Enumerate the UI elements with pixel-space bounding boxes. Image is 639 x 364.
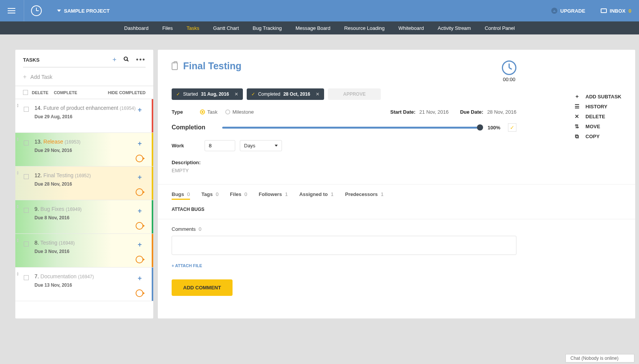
add-task-button[interactable]: + Add Task <box>15 71 153 86</box>
header-delete[interactable]: DELETE <box>32 90 48 95</box>
copy-button[interactable]: ⧉COPY <box>574 133 621 140</box>
task-item[interactable]: ▴▾14. Future of product enhancement (169… <box>15 99 153 133</box>
description-value[interactable]: EMPTY <box>172 168 516 173</box>
task-add-icon[interactable]: + <box>138 140 142 148</box>
drag-handle-icon[interactable]: ▴▾ <box>17 204 19 209</box>
task-item[interactable]: ▴▾13. Release (16953)Due 29 Nov, 2016+ <box>15 133 153 166</box>
drag-handle-icon[interactable]: ▴▾ <box>17 238 19 242</box>
attach-bugs-button[interactable]: ATTACH BUGS <box>172 207 621 212</box>
task-checkbox[interactable] <box>24 275 29 280</box>
header-hide-completed[interactable]: HIDE COMPLETED <box>108 90 146 95</box>
tab-files[interactable]: Files0 <box>230 191 247 200</box>
add-comment-button[interactable]: ADD COMMENT <box>172 279 233 296</box>
drag-handle-icon[interactable]: ▴▾ <box>17 137 19 141</box>
move-button[interactable]: ⇅MOVE <box>574 123 621 129</box>
add-icon[interactable]: + <box>113 56 117 64</box>
work-label: Work <box>172 143 191 149</box>
nav-control-panel[interactable]: Control Panel <box>485 25 515 31</box>
remove-icon[interactable]: ✕ <box>234 91 238 97</box>
add-subtask-button[interactable]: +ADD SUBTASK <box>574 93 621 100</box>
check-icon: ✓ <box>251 91 255 97</box>
nav-dashboard[interactable]: Dashboard <box>124 25 149 31</box>
inbox-button[interactable]: INBOX 0 <box>601 8 631 14</box>
completion-slider[interactable] <box>222 127 480 129</box>
task-item[interactable]: ▴▾9. Bug Fixes (16949)Due 8 Nov, 2016+ <box>15 200 153 234</box>
drag-handle-icon[interactable]: ▴▾ <box>17 271 19 276</box>
inbox-label: INBOX <box>610 8 626 14</box>
task-item[interactable]: ▴▾8. Testing (16948)Due 3 Nov, 2016+ <box>15 234 153 268</box>
task-add-icon[interactable]: + <box>138 274 142 282</box>
task-item[interactable]: ▴▾12. Final Testing (16952)Due 28 Nov, 2… <box>15 166 153 200</box>
tab-followers[interactable]: Followers1 <box>259 191 288 200</box>
task-checkbox[interactable] <box>24 174 29 179</box>
due-date-label: Due Date: <box>460 109 483 115</box>
nav-bug-tracking[interactable]: Bug Tracking <box>253 25 282 31</box>
check-icon: ✓ <box>176 91 180 97</box>
task-checkbox[interactable] <box>24 208 29 213</box>
start-date[interactable]: 21 Nov, 2016 <box>419 109 449 115</box>
task-due: Due 13 Nov, 2016 <box>34 282 146 288</box>
drag-handle-icon[interactable]: ▴▾ <box>17 170 19 175</box>
project-name: SAMPLE PROJECT <box>64 8 110 14</box>
status-bar <box>152 268 153 301</box>
task-checkbox[interactable] <box>24 107 29 112</box>
due-date[interactable]: 28 Nov, 2016 <box>487 109 516 115</box>
chat-widget[interactable]: Chat (Nobody is online) <box>565 354 634 362</box>
more-icon[interactable]: ••• <box>136 56 146 64</box>
task-checkbox[interactable] <box>24 140 29 145</box>
spinner-icon <box>136 256 143 263</box>
comment-input[interactable] <box>172 236 516 255</box>
action-menu: +ADD SUBTASK ☰HISTORY ✕DELETE ⇅MOVE ⧉COP… <box>574 93 621 140</box>
work-unit-select[interactable]: Days <box>240 140 282 151</box>
upgrade-button[interactable]: UPGRADE <box>551 8 585 14</box>
logo-clock-icon[interactable] <box>31 5 42 16</box>
task-add-icon[interactable]: + <box>138 207 142 215</box>
nav-whiteboard[interactable]: Whiteboard <box>398 25 424 31</box>
task-due: Due 29 Nov, 2016 <box>34 148 146 153</box>
type-task-radio[interactable]: Task <box>200 109 218 115</box>
chip-label: Started <box>183 91 198 97</box>
task-list: ▴▾14. Future of product enhancement (169… <box>15 99 153 318</box>
timer[interactable]: 00:00 <box>502 60 516 82</box>
task-add-icon[interactable]: + <box>138 106 142 114</box>
caret-down-icon <box>275 145 278 147</box>
nav-resource-loading[interactable]: Resource Loading <box>344 25 385 31</box>
status-bar <box>152 234 153 267</box>
nav-activity-stream[interactable]: Activity Stream <box>437 25 471 31</box>
task-add-icon[interactable]: + <box>138 173 142 181</box>
remove-icon[interactable]: ✕ <box>316 91 320 97</box>
project-selector[interactable]: SAMPLE PROJECT <box>57 8 110 14</box>
search-icon[interactable] <box>123 56 129 64</box>
completion-check[interactable]: ✓ <box>508 123 516 132</box>
completion-label: Completion <box>172 124 205 131</box>
completion-percent: 100% <box>488 125 500 131</box>
nav-bar: DashboardFilesTasksGantt ChartBug Tracki… <box>0 21 639 34</box>
svg-point-0 <box>124 57 128 60</box>
type-milestone-radio[interactable]: Milestone <box>225 109 254 115</box>
task-item[interactable]: ▴▾7. Documentation (16947)Due 13 Nov, 20… <box>15 268 153 301</box>
header-complete[interactable]: COMPLETE <box>54 90 77 95</box>
tab-predecessors[interactable]: Predecessors1 <box>345 191 384 200</box>
history-button[interactable]: ☰HISTORY <box>574 103 621 109</box>
move-icon: ⇅ <box>574 123 580 129</box>
hamburger-icon[interactable] <box>8 6 17 15</box>
nav-gantt-chart[interactable]: Gantt Chart <box>213 25 239 31</box>
approve-button[interactable]: APPROVE <box>328 88 381 100</box>
delete-button[interactable]: ✕DELETE <box>574 113 621 119</box>
task-checkbox[interactable] <box>24 242 29 246</box>
work-input[interactable] <box>205 140 235 151</box>
drag-handle-icon[interactable]: ▴▾ <box>17 103 19 108</box>
tab-assigned-to[interactable]: Assigned to1 <box>299 191 334 200</box>
upgrade-label: UPGRADE <box>560 8 585 14</box>
nav-files[interactable]: Files <box>162 25 173 31</box>
select-all-checkbox[interactable] <box>23 90 28 95</box>
chevron-down-icon <box>57 10 61 12</box>
nav-tasks[interactable]: Tasks <box>187 25 199 31</box>
tab-tags[interactable]: Tags0 <box>202 191 219 200</box>
nav-message-board[interactable]: Message Board <box>295 25 330 31</box>
task-add-icon[interactable]: + <box>138 241 142 249</box>
tab-bugs[interactable]: Bugs0 <box>172 191 190 200</box>
slider-handle[interactable] <box>477 124 483 131</box>
attach-file-button[interactable]: + ATTACH FILE <box>172 263 621 268</box>
task-due: Due 8 Nov, 2016 <box>34 215 146 220</box>
